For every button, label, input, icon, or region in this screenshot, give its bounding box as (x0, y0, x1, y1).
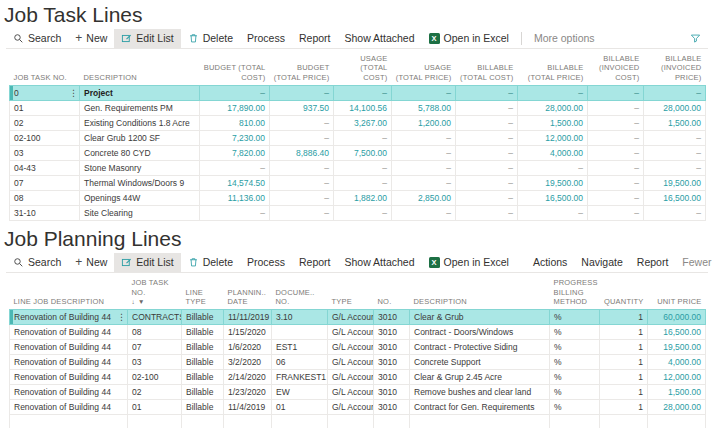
cell[interactable]: – (588, 206, 644, 221)
cell[interactable]: 3,267.00 (334, 116, 392, 131)
cell[interactable] (10, 415, 128, 428)
column-header-type[interactable]: TYPE (328, 276, 374, 310)
table-row[interactable]: 02-100Clear Grub 1200 SF7,230.00––––12,0… (10, 131, 706, 146)
cell[interactable] (600, 415, 648, 428)
cell[interactable]: 8,886.40 (270, 146, 334, 161)
delete-button[interactable]: Delete (181, 253, 240, 272)
cell[interactable]: 12,000.00 (648, 370, 706, 385)
column-header-progress-billing-method[interactable]: PROGRESS BILLING METHOD (550, 276, 600, 310)
cell[interactable]: Contract - Doors/Windows (410, 325, 550, 340)
cell[interactable] (224, 415, 272, 428)
cell[interactable]: – (588, 191, 644, 206)
cell[interactable]: 11,136.00 (200, 191, 270, 206)
cell[interactable]: 08 (128, 325, 182, 340)
report-menu[interactable]: Report (292, 29, 338, 48)
cell[interactable]: – (644, 161, 706, 176)
table-row[interactable]: 01Gen. Requirements PM17,890.00937.5014,… (10, 101, 706, 116)
cell[interactable]: EST1 (272, 340, 328, 355)
cell[interactable]: 1,500.00 (648, 385, 706, 400)
cell[interactable] (272, 325, 328, 340)
cell[interactable]: % (550, 310, 600, 325)
cell[interactable]: – (270, 206, 334, 221)
edit-list-button[interactable]: Edit List (114, 29, 180, 48)
cell[interactable]: – (644, 146, 706, 161)
cell[interactable]: Thermal Windows/Doors 9 (80, 176, 200, 191)
cell[interactable]: 28,000.00 (518, 101, 588, 116)
cell[interactable] (550, 415, 600, 428)
column-header-line-job-description[interactable]: LINE JOB DESCRIPTION (10, 276, 128, 310)
table-row[interactable]: 07Thermal Windows/Doors 914,574.50––––19… (10, 176, 706, 191)
cell[interactable]: Remove bushes and clear land (410, 385, 550, 400)
cell[interactable] (374, 415, 410, 428)
column-header-no[interactable]: NO. (374, 276, 410, 310)
cell[interactable]: 19,500.00 (644, 176, 706, 191)
cell[interactable]: Billable (182, 340, 224, 355)
search-button[interactable]: Search (6, 253, 68, 272)
navigate-menu[interactable]: Navigate (574, 253, 629, 272)
cell[interactable]: Renovation of Building 44 (10, 400, 128, 415)
cell[interactable]: – (392, 161, 456, 176)
cell[interactable]: 2,850.00 (392, 191, 456, 206)
cell[interactable]: % (550, 355, 600, 370)
row-menu-icon[interactable]: ⋮ (117, 310, 126, 325)
cell[interactable]: G/L Account (328, 340, 374, 355)
cell[interactable]: % (550, 370, 600, 385)
cell[interactable]: % (550, 340, 600, 355)
cell[interactable]: Openings 44W (80, 191, 200, 206)
table-row-selected[interactable]: Renovation of Building 44⋮CONTRACTSBilla… (10, 310, 706, 325)
cell[interactable]: 17,890.00 (200, 101, 270, 116)
cell[interactable]: 0⋮ (10, 86, 80, 101)
cell[interactable]: 08 (10, 191, 80, 206)
cell[interactable]: 02-100 (128, 370, 182, 385)
column-header-description[interactable]: DESCRIPTION (80, 52, 200, 86)
cell[interactable]: – (456, 206, 518, 221)
column-header-usage-total-cost[interactable]: USAGE (TOTAL COST) (334, 52, 392, 86)
column-header-document-no[interactable]: DOCUME.. NO. (272, 276, 328, 310)
cell[interactable]: Billable (182, 400, 224, 415)
cell[interactable]: Concrete Support (410, 355, 550, 370)
cell[interactable]: 02 (10, 116, 80, 131)
table-row[interactable]: Renovation of Building 4403Billable3/2/2… (10, 355, 706, 370)
cell[interactable]: 3.10 (272, 310, 328, 325)
table-row[interactable]: Renovation of Building 4408Billable1/15/… (10, 325, 706, 340)
cell[interactable]: 16,500.00 (518, 191, 588, 206)
cell[interactable] (410, 415, 550, 428)
cell[interactable]: 03 (128, 355, 182, 370)
cell[interactable]: 28,000.00 (644, 101, 706, 116)
table-row[interactable]: Renovation of Building 4407Billable1/6/2… (10, 340, 706, 355)
show-attached-menu[interactable]: Show Attached (337, 253, 421, 272)
cell[interactable]: – (588, 101, 644, 116)
cell[interactable]: Concrete 80 CYD (80, 146, 200, 161)
cell[interactable] (182, 415, 224, 428)
cell[interactable]: – (270, 131, 334, 146)
cell[interactable]: 1,500.00 (644, 116, 706, 131)
cell[interactable]: 1 (600, 370, 648, 385)
cell[interactable]: 16,500.00 (648, 325, 706, 340)
cell[interactable]: 19,500.00 (648, 340, 706, 355)
cell[interactable]: – (588, 161, 644, 176)
process-menu[interactable]: Process (240, 253, 292, 272)
cell[interactable]: – (334, 206, 392, 221)
cell[interactable]: – (270, 161, 334, 176)
cell[interactable]: 01 (128, 400, 182, 415)
cell[interactable]: 07 (128, 340, 182, 355)
cell[interactable]: – (392, 146, 456, 161)
cell[interactable]: 03 (10, 146, 80, 161)
cell[interactable]: 1/23/2020 (224, 385, 272, 400)
cell[interactable]: – (456, 131, 518, 146)
cell[interactable]: Renovation of Building 44 (10, 385, 128, 400)
cell[interactable]: G/L Account (328, 310, 374, 325)
cell[interactable]: G/L Account (328, 400, 374, 415)
column-header-billable-invoiced-cost[interactable]: BILLABLE (INVOICED COST) (588, 52, 644, 86)
cell[interactable]: % (550, 325, 600, 340)
cell[interactable]: Billable (182, 355, 224, 370)
cell[interactable]: 06 (272, 355, 328, 370)
cell[interactable]: 2/14/2020 (224, 370, 272, 385)
column-header-billable-total-cost[interactable]: BILLABLE (TOTAL COST) (456, 52, 518, 86)
table-row[interactable]: Renovation of Building 4401Billable11/4/… (10, 400, 706, 415)
cell[interactable]: – (334, 176, 392, 191)
cell[interactable]: 02-100 (10, 131, 80, 146)
column-header-job-task-no[interactable]: JOB TASK NO. ↓ ▼ (128, 276, 182, 310)
delete-button[interactable]: Delete (181, 29, 240, 48)
cell[interactable]: Clear & Grup 2.45 Acre (410, 370, 550, 385)
